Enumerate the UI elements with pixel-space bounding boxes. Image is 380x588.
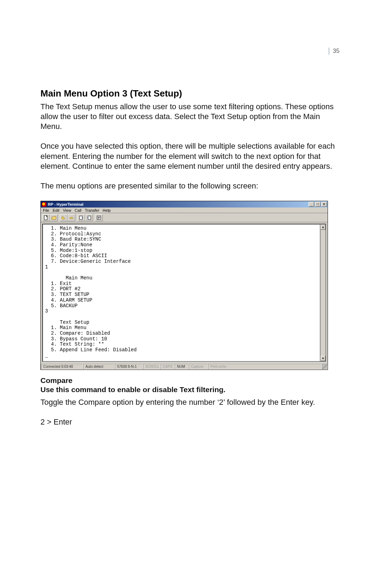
menu-file[interactable]: File <box>43 208 49 212</box>
compare-body: Toggle the Compare option by entering th… <box>40 397 340 407</box>
client-area: 1. Main Menu 2. Protocol:Async 3. Baud R… <box>41 222 328 363</box>
body-text: The Text Setup menus allow the user to u… <box>40 102 340 191</box>
status-scroll: SCROLL <box>143 364 160 370</box>
scroll-up-icon[interactable]: ▲ <box>321 224 325 230</box>
dial-icon[interactable] <box>60 214 68 221</box>
paragraph-1: The Text Setup menus allow the user to u… <box>40 102 340 131</box>
status-settings: 57600 8-N-1 <box>115 364 143 370</box>
terminal-output[interactable]: 1. Main Menu 2. Protocol:Async 3. Baud R… <box>42 224 321 362</box>
compare-heading: Compare <box>40 376 340 385</box>
compare-command: 2 > Enter <box>40 417 340 427</box>
compare-subheading: Use this command to enable or disable Te… <box>40 385 340 394</box>
menu-help[interactable]: Help <box>103 208 111 212</box>
status-printecho: Print echo <box>208 364 322 370</box>
toolbar <box>41 213 328 222</box>
minimize-button[interactable]: _ <box>309 202 314 207</box>
properties-icon[interactable] <box>95 214 103 221</box>
status-capture: Capture <box>189 364 208 370</box>
page-number: 35 <box>329 48 340 55</box>
status-connected: Connected 0:03:40 <box>41 364 83 370</box>
titlebar: RP - HyperTerminal _ □ × <box>41 201 328 208</box>
menu-view[interactable]: View <box>63 208 71 212</box>
status-bar: Connected 0:03:40 Auto detect 57600 8-N-… <box>41 363 328 370</box>
send-icon[interactable] <box>77 214 85 221</box>
menu-call[interactable]: Call <box>75 208 81 212</box>
menubar: File Edit View Call Transfer Help <box>41 208 328 213</box>
receive-icon[interactable] <box>85 214 93 221</box>
status-detect: Auto detect <box>83 364 115 370</box>
scroll-down-icon[interactable]: ▼ <box>321 356 325 361</box>
hangup-icon[interactable] <box>68 214 75 221</box>
open-icon[interactable] <box>50 214 58 221</box>
new-icon[interactable] <box>42 214 50 221</box>
menu-edit[interactable]: Edit <box>53 208 59 212</box>
close-button[interactable]: × <box>321 202 327 207</box>
maximize-button[interactable]: □ <box>315 202 321 207</box>
svg-rect-2 <box>80 216 82 219</box>
hyperterminal-window: RP - HyperTerminal _ □ × File Edit View … <box>40 201 328 370</box>
resize-grip-icon[interactable] <box>322 364 328 370</box>
menu-transfer[interactable]: Transfer <box>85 208 99 212</box>
paragraph-2: Once you have selected this option, ther… <box>40 141 340 171</box>
compare-body-wrap: Toggle the Compare option by entering th… <box>40 397 340 427</box>
paragraph-3: The menu options are presented similar t… <box>40 181 340 191</box>
app-icon <box>42 202 46 207</box>
status-num: NUM <box>175 364 189 370</box>
status-caps: CAPS <box>160 364 175 370</box>
document-page: 35 Main Menu Option 3 (Text Setup) The T… <box>0 0 380 588</box>
window-title: RP - HyperTerminal <box>48 202 83 206</box>
svg-rect-3 <box>88 216 91 219</box>
section-heading: Main Menu Option 3 (Text Setup) <box>40 88 340 99</box>
vertical-scrollbar[interactable]: ▲ ▼ <box>321 224 326 362</box>
